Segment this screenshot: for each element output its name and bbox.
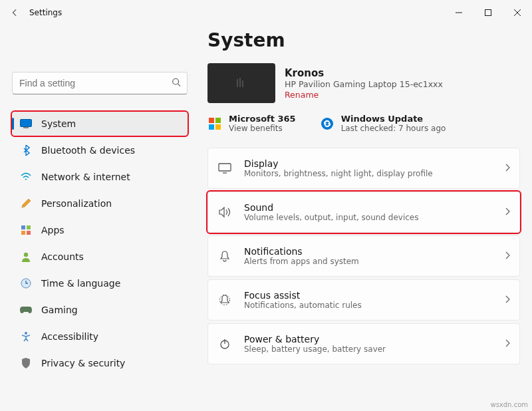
device-details: Kronos HP Pavilion Gaming Laptop 15-ec1x… bbox=[285, 67, 443, 100]
svg-rect-13 bbox=[229, 75, 254, 91]
system-icon bbox=[20, 118, 32, 130]
maximize-icon bbox=[485, 9, 491, 16]
svg-rect-14 bbox=[237, 79, 238, 87]
service-title: Microsoft 365 bbox=[229, 114, 296, 124]
card-desc: Sleep, battery usage, battery saver bbox=[244, 344, 493, 354]
page-title: System bbox=[207, 29, 520, 51]
watermark: wsxdn.com bbox=[490, 401, 528, 408]
sidebar-item-time[interactable]: Time & language bbox=[12, 271, 188, 295]
svg-point-2 bbox=[173, 78, 179, 84]
main-content: System Kronos HP Pavilion Gaming Laptop … bbox=[200, 25, 532, 410]
service-subtitle: View benefits bbox=[229, 124, 296, 133]
card-title: Sound bbox=[244, 202, 493, 213]
svg-rect-15 bbox=[239, 78, 241, 87]
svg-line-3 bbox=[178, 84, 181, 86]
sidebar-item-system[interactable]: System bbox=[12, 112, 188, 136]
card-desc: Alerts from apps and system bbox=[244, 257, 493, 266]
card-desc: Monitors, brightness, night light, displ… bbox=[244, 169, 493, 178]
maximize-button[interactable] bbox=[473, 2, 503, 23]
gaming-icon bbox=[20, 304, 32, 316]
chevron-right-icon bbox=[505, 339, 510, 349]
svg-rect-7 bbox=[27, 225, 31, 229]
svg-rect-9 bbox=[27, 231, 31, 235]
network-icon bbox=[20, 171, 32, 183]
sidebar-item-bluetooth[interactable]: Bluetooth & devices bbox=[12, 138, 188, 162]
svg-rect-4 bbox=[21, 120, 32, 127]
svg-rect-6 bbox=[21, 225, 25, 229]
wallpaper-icon bbox=[229, 75, 254, 91]
sidebar-item-label: Accessibility bbox=[41, 331, 98, 342]
focus-assist-icon bbox=[217, 294, 232, 306]
sidebar-item-label: System bbox=[41, 118, 76, 129]
sidebar-item-privacy[interactable]: Privacy & security bbox=[12, 351, 188, 375]
svg-rect-19 bbox=[209, 124, 214, 130]
privacy-icon bbox=[20, 357, 32, 369]
sidebar-item-label: Apps bbox=[41, 225, 65, 235]
sidebar-item-accounts[interactable]: Accounts bbox=[12, 245, 188, 269]
card-display[interactable]: Display Monitors, brightness, night ligh… bbox=[207, 148, 520, 189]
search-icon bbox=[172, 78, 181, 89]
svg-rect-16 bbox=[242, 80, 243, 87]
windows-update-link[interactable]: Windows Update Last checked: 7 hours ago bbox=[320, 114, 446, 133]
back-button[interactable] bbox=[5, 3, 24, 22]
card-desc: Volume levels, output, input, sound devi… bbox=[244, 213, 493, 222]
sidebar-item-personalization[interactable]: Personalization bbox=[12, 192, 188, 215]
close-icon bbox=[514, 9, 521, 16]
accounts-icon bbox=[20, 251, 32, 263]
time-icon bbox=[20, 277, 32, 289]
svg-rect-8 bbox=[21, 231, 25, 235]
sidebar-item-network[interactable]: Network & internet bbox=[12, 165, 188, 189]
search-container bbox=[12, 72, 188, 94]
sidebar-item-label: Accounts bbox=[41, 251, 84, 262]
card-title: Power & battery bbox=[244, 334, 493, 344]
app-title: Settings bbox=[29, 8, 62, 17]
personalization-icon bbox=[20, 198, 32, 209]
card-title: Notifications bbox=[244, 246, 493, 257]
device-model: HP Pavilion Gaming Laptop 15-ec1xxx bbox=[285, 79, 443, 89]
svg-rect-17 bbox=[209, 118, 214, 123]
card-title: Display bbox=[244, 158, 493, 169]
svg-point-12 bbox=[25, 332, 27, 335]
svg-rect-5 bbox=[23, 127, 29, 128]
chevron-right-icon bbox=[505, 164, 510, 174]
service-row: Microsoft 365 View benefits Windows Upda… bbox=[207, 114, 520, 133]
sound-icon bbox=[217, 206, 232, 218]
sidebar-item-label: Gaming bbox=[41, 305, 78, 315]
svg-rect-20 bbox=[215, 124, 221, 130]
title-bar: Settings bbox=[0, 0, 532, 25]
arrow-left-icon bbox=[10, 8, 19, 17]
sidebar-item-label: Bluetooth & devices bbox=[41, 145, 135, 156]
minimize-button[interactable] bbox=[444, 2, 473, 23]
sidebar-item-accessibility[interactable]: Accessibility bbox=[12, 325, 188, 348]
close-button[interactable] bbox=[503, 2, 532, 23]
card-title: Focus assist bbox=[244, 290, 493, 301]
settings-cards: Display Monitors, brightness, night ligh… bbox=[207, 148, 520, 364]
chevron-right-icon bbox=[505, 207, 510, 217]
rename-link[interactable]: Rename bbox=[285, 90, 443, 100]
search-input[interactable] bbox=[12, 72, 188, 94]
accessibility-icon bbox=[20, 331, 32, 342]
card-sound[interactable]: Sound Volume levels, output, input, soun… bbox=[207, 192, 520, 233]
service-title: Windows Update bbox=[341, 114, 446, 124]
sidebar-item-label: Privacy & security bbox=[41, 358, 125, 368]
sidebar-item-apps[interactable]: Apps bbox=[12, 218, 188, 242]
card-focus-assist[interactable]: Focus assist Notifications, automatic ru… bbox=[207, 279, 520, 321]
microsoft-365-link[interactable]: Microsoft 365 View benefits bbox=[207, 114, 296, 133]
microsoft-365-icon bbox=[207, 116, 222, 131]
sidebar: System Bluetooth & devices Network & int… bbox=[0, 25, 200, 410]
sidebar-item-gaming[interactable]: Gaming bbox=[12, 298, 188, 322]
bluetooth-icon bbox=[20, 144, 32, 156]
sidebar-item-label: Personalization bbox=[41, 198, 112, 209]
sidebar-item-label: Time & language bbox=[41, 278, 120, 289]
chevron-right-icon bbox=[505, 251, 510, 261]
device-thumbnail[interactable] bbox=[207, 63, 275, 103]
notifications-icon bbox=[217, 250, 232, 262]
card-power[interactable]: Power & battery Sleep, battery usage, ba… bbox=[207, 323, 520, 364]
card-notifications[interactable]: Notifications Alerts from apps and syste… bbox=[207, 235, 520, 277]
service-subtitle: Last checked: 7 hours ago bbox=[341, 124, 446, 133]
display-icon bbox=[217, 163, 232, 174]
card-desc: Notifications, automatic rules bbox=[244, 301, 493, 310]
chevron-right-icon bbox=[505, 295, 510, 305]
svg-point-21 bbox=[321, 118, 333, 130]
windows-update-icon bbox=[320, 116, 334, 131]
